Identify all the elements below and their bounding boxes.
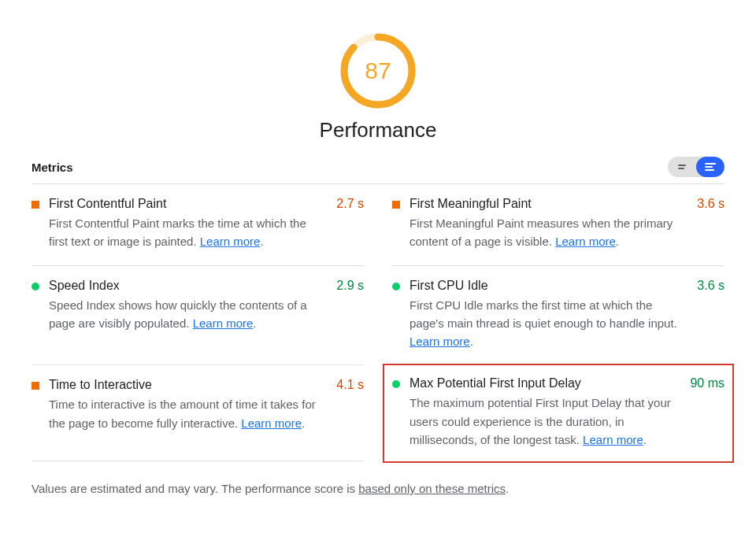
metric-body: Time to InteractiveTime to interactive i… (49, 378, 322, 446)
metric-desc: First Contentful Paint marks the time at… (49, 214, 322, 251)
metric-title: First Contentful Paint (49, 197, 322, 211)
metric-desc: Time to interactive is the amount of tim… (49, 395, 322, 432)
metric-title: Max Potential First Input Delay (410, 376, 676, 390)
metric-row: Time to InteractiveTime to interactive i… (32, 365, 364, 461)
metric-value: 3.6 s (697, 279, 724, 351)
footnote-pre: Values are estimated and may vary. The p… (32, 482, 358, 495)
footnote: Values are estimated and may vary. The p… (32, 482, 724, 495)
metric-row: Max Potential First Input DelayThe maxim… (383, 364, 734, 463)
metric-body: First Contentful PaintFirst Contentful P… (49, 197, 322, 251)
metric-row: First CPU IdleFirst CPU Idle marks the f… (392, 266, 724, 366)
metric-body: Max Potential First Input DelayThe maxim… (410, 376, 676, 449)
learn-more-link[interactable]: Learn more (193, 316, 254, 330)
metric-desc: First Meaningful Paint measures when the… (410, 214, 683, 251)
status-good-icon (392, 380, 400, 388)
learn-more-link[interactable]: Learn more (241, 416, 302, 430)
metric-title: Time to Interactive (49, 378, 322, 392)
learn-more-link[interactable]: Learn more (583, 433, 643, 446)
status-good-icon (392, 283, 400, 290)
metric-row: Speed IndexSpeed Index shows how quickly… (32, 266, 364, 366)
metrics-heading: Metrics (32, 161, 73, 174)
status-average-icon (32, 382, 39, 390)
metrics-header: Metrics (32, 157, 724, 184)
section-title: Performance (320, 118, 437, 142)
gauge-score: 87 (339, 31, 417, 110)
metric-title: First Meaningful Paint (410, 197, 683, 211)
compact-lines-icon (678, 165, 686, 169)
metric-value: 4.1 s (336, 378, 364, 446)
metric-body: Speed IndexSpeed Index shows how quickly… (49, 279, 322, 351)
performance-gauge: 87 Performance (32, 31, 724, 142)
metric-desc: Speed Index shows how quickly the conten… (49, 296, 322, 333)
status-average-icon (32, 201, 39, 209)
learn-more-link[interactable]: Learn more (410, 335, 470, 348)
metric-row: First Meaningful PaintFirst Meaningful P… (392, 184, 724, 266)
footnote-link[interactable]: based only on these metrics (358, 482, 506, 495)
learn-more-link[interactable]: Learn more (555, 235, 616, 248)
metric-title: Speed Index (49, 279, 322, 293)
metric-body: First Meaningful PaintFirst Meaningful P… (410, 197, 683, 251)
expand-lines-icon (705, 163, 716, 171)
status-good-icon (32, 283, 39, 290)
learn-more-link[interactable]: Learn more (200, 235, 261, 248)
metric-desc: The maximum potential First Input Delay … (410, 394, 676, 449)
metric-title: First CPU Idle (410, 279, 683, 293)
metric-value: 90 ms (690, 376, 724, 449)
metric-body: First CPU IdleFirst CPU Idle marks the f… (410, 279, 683, 351)
metric-row: First Contentful PaintFirst Contentful P… (32, 184, 364, 266)
footnote-post: . (506, 482, 509, 495)
view-expanded-button[interactable] (696, 157, 724, 177)
metric-value: 3.6 s (697, 197, 724, 251)
view-compact-button[interactable] (668, 157, 696, 177)
status-average-icon (392, 201, 400, 209)
metric-value: 2.9 s (336, 279, 364, 351)
metric-desc: First CPU Idle marks the first time at w… (410, 296, 683, 351)
metric-value: 2.7 s (336, 197, 364, 251)
metrics-grid: First Contentful PaintFirst Contentful P… (32, 184, 724, 461)
view-toggle (668, 157, 724, 177)
